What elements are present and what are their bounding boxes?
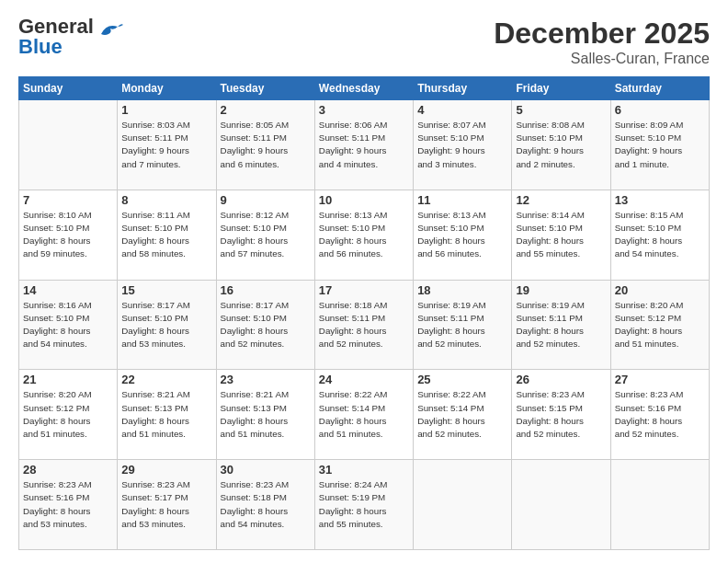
- day-number: 22: [121, 373, 211, 386]
- day-info: Sunrise: 8:13 AM Sunset: 5:10 PM Dayligh…: [417, 209, 507, 261]
- calendar-cell: 3Sunrise: 8:06 AM Sunset: 5:11 PM Daylig…: [314, 100, 413, 190]
- day-number: 29: [121, 463, 211, 477]
- calendar-cell: [19, 100, 118, 190]
- calendar-cell: 19Sunrise: 8:19 AM Sunset: 5:11 PM Dayli…: [512, 280, 610, 370]
- calendar-cell: 28Sunrise: 8:23 AM Sunset: 5:16 PM Dayli…: [19, 460, 118, 550]
- day-number: 1: [121, 103, 211, 117]
- day-info: Sunrise: 8:21 AM Sunset: 5:13 PM Dayligh…: [121, 388, 211, 441]
- calendar-week-row: 7Sunrise: 8:10 AM Sunset: 5:10 PM Daylig…: [19, 190, 710, 280]
- calendar-cell: 1Sunrise: 8:03 AM Sunset: 5:11 PM Daylig…: [118, 100, 216, 190]
- day-info: Sunrise: 8:24 AM Sunset: 5:19 PM Dayligh…: [319, 478, 409, 531]
- day-number: 11: [417, 193, 507, 207]
- day-number: 25: [417, 373, 507, 386]
- calendar-cell: 14Sunrise: 8:16 AM Sunset: 5:10 PM Dayli…: [19, 280, 118, 370]
- calendar-cell: 20Sunrise: 8:20 AM Sunset: 5:12 PM Dayli…: [610, 280, 709, 370]
- calendar-cell: [414, 460, 512, 550]
- calendar-header-thursday: Thursday: [414, 77, 512, 100]
- day-info: Sunrise: 8:23 AM Sunset: 5:16 PM Dayligh…: [23, 478, 113, 531]
- calendar-cell: 17Sunrise: 8:18 AM Sunset: 5:11 PM Dayli…: [314, 280, 413, 370]
- day-number: 3: [319, 103, 409, 117]
- day-info: Sunrise: 8:21 AM Sunset: 5:13 PM Dayligh…: [221, 388, 311, 441]
- day-info: Sunrise: 8:11 AM Sunset: 5:10 PM Dayligh…: [121, 209, 211, 261]
- day-info: Sunrise: 8:08 AM Sunset: 5:10 PM Dayligh…: [516, 119, 606, 171]
- day-info: Sunrise: 8:19 AM Sunset: 5:11 PM Dayligh…: [516, 299, 606, 351]
- day-number: 9: [221, 193, 311, 207]
- day-number: 24: [319, 373, 409, 386]
- calendar-cell: [610, 460, 709, 550]
- day-number: 6: [615, 103, 705, 117]
- day-info: Sunrise: 8:12 AM Sunset: 5:10 PM Dayligh…: [221, 209, 311, 261]
- calendar-cell: 11Sunrise: 8:13 AM Sunset: 5:10 PM Dayli…: [414, 190, 512, 280]
- day-info: Sunrise: 8:07 AM Sunset: 5:10 PM Dayligh…: [417, 119, 507, 171]
- day-number: 26: [516, 373, 606, 386]
- calendar-cell: [512, 460, 610, 550]
- day-number: 12: [516, 193, 606, 207]
- day-info: Sunrise: 8:23 AM Sunset: 5:16 PM Dayligh…: [615, 388, 705, 441]
- logo: General Blue: [18, 17, 123, 57]
- calendar-cell: 29Sunrise: 8:23 AM Sunset: 5:17 PM Dayli…: [118, 460, 216, 550]
- day-number: 19: [516, 283, 606, 297]
- day-number: 10: [319, 193, 409, 207]
- calendar-cell: 15Sunrise: 8:17 AM Sunset: 5:10 PM Dayli…: [118, 280, 216, 370]
- day-number: 13: [615, 193, 705, 207]
- day-info: Sunrise: 8:17 AM Sunset: 5:10 PM Dayligh…: [121, 299, 211, 351]
- calendar-header-row: SundayMondayTuesdayWednesdayThursdayFrid…: [19, 77, 710, 100]
- calendar-cell: 8Sunrise: 8:11 AM Sunset: 5:10 PM Daylig…: [118, 190, 216, 280]
- calendar-cell: 30Sunrise: 8:23 AM Sunset: 5:18 PM Dayli…: [216, 460, 314, 550]
- calendar-cell: 16Sunrise: 8:17 AM Sunset: 5:10 PM Dayli…: [216, 280, 314, 370]
- day-info: Sunrise: 8:23 AM Sunset: 5:18 PM Dayligh…: [221, 478, 311, 531]
- title-block: December 2025 Salles-Curan, France: [494, 17, 710, 67]
- calendar-week-row: 14Sunrise: 8:16 AM Sunset: 5:10 PM Dayli…: [19, 280, 710, 370]
- calendar-cell: 9Sunrise: 8:12 AM Sunset: 5:10 PM Daylig…: [216, 190, 314, 280]
- calendar-cell: 13Sunrise: 8:15 AM Sunset: 5:10 PM Dayli…: [610, 190, 709, 280]
- day-info: Sunrise: 8:20 AM Sunset: 5:12 PM Dayligh…: [615, 299, 705, 351]
- day-number: 28: [23, 463, 113, 477]
- calendar-cell: 24Sunrise: 8:22 AM Sunset: 5:14 PM Dayli…: [314, 370, 413, 460]
- day-number: 16: [221, 283, 311, 297]
- calendar-cell: 23Sunrise: 8:21 AM Sunset: 5:13 PM Dayli…: [216, 370, 314, 460]
- calendar-cell: 2Sunrise: 8:05 AM Sunset: 5:11 PM Daylig…: [216, 100, 314, 190]
- day-number: 31: [319, 463, 409, 477]
- calendar-header-monday: Monday: [118, 77, 216, 100]
- day-number: 7: [23, 193, 113, 207]
- day-info: Sunrise: 8:19 AM Sunset: 5:11 PM Dayligh…: [417, 299, 507, 351]
- day-info: Sunrise: 8:22 AM Sunset: 5:14 PM Dayligh…: [417, 388, 507, 441]
- day-number: 20: [615, 283, 705, 297]
- day-number: 27: [615, 373, 705, 386]
- day-info: Sunrise: 8:06 AM Sunset: 5:11 PM Dayligh…: [319, 119, 409, 171]
- day-number: 15: [121, 283, 211, 297]
- calendar-cell: 31Sunrise: 8:24 AM Sunset: 5:19 PM Dayli…: [314, 460, 413, 550]
- calendar-cell: 6Sunrise: 8:09 AM Sunset: 5:10 PM Daylig…: [610, 100, 709, 190]
- calendar-header-sunday: Sunday: [19, 77, 118, 100]
- calendar-cell: 25Sunrise: 8:22 AM Sunset: 5:14 PM Dayli…: [414, 370, 512, 460]
- day-info: Sunrise: 8:09 AM Sunset: 5:10 PM Dayligh…: [615, 119, 705, 171]
- day-number: 5: [516, 103, 606, 117]
- calendar-week-row: 21Sunrise: 8:20 AM Sunset: 5:12 PM Dayli…: [19, 370, 710, 460]
- calendar-cell: 18Sunrise: 8:19 AM Sunset: 5:11 PM Dayli…: [414, 280, 512, 370]
- calendar-header-tuesday: Tuesday: [216, 77, 314, 100]
- day-number: 8: [121, 193, 211, 207]
- calendar-cell: 4Sunrise: 8:07 AM Sunset: 5:10 PM Daylig…: [414, 100, 512, 190]
- day-number: 17: [319, 283, 409, 297]
- logo-bird-icon: [97, 21, 123, 45]
- day-info: Sunrise: 8:20 AM Sunset: 5:12 PM Dayligh…: [23, 388, 113, 441]
- day-info: Sunrise: 8:22 AM Sunset: 5:14 PM Dayligh…: [319, 388, 409, 441]
- calendar-cell: 27Sunrise: 8:23 AM Sunset: 5:16 PM Dayli…: [610, 370, 709, 460]
- calendar-cell: 26Sunrise: 8:23 AM Sunset: 5:15 PM Dayli…: [512, 370, 610, 460]
- calendar-cell: 21Sunrise: 8:20 AM Sunset: 5:12 PM Dayli…: [19, 370, 118, 460]
- calendar-header-saturday: Saturday: [610, 77, 709, 100]
- calendar-table: SundayMondayTuesdayWednesdayThursdayFrid…: [18, 76, 710, 550]
- calendar-cell: 5Sunrise: 8:08 AM Sunset: 5:10 PM Daylig…: [512, 100, 610, 190]
- day-number: 18: [417, 283, 507, 297]
- day-number: 23: [221, 373, 311, 386]
- day-info: Sunrise: 8:14 AM Sunset: 5:10 PM Dayligh…: [516, 209, 606, 261]
- day-number: 21: [23, 373, 113, 386]
- day-info: Sunrise: 8:15 AM Sunset: 5:10 PM Dayligh…: [615, 209, 705, 261]
- calendar-cell: 22Sunrise: 8:21 AM Sunset: 5:13 PM Dayli…: [118, 370, 216, 460]
- location: Salles-Curan, France: [494, 51, 710, 67]
- day-info: Sunrise: 8:16 AM Sunset: 5:10 PM Dayligh…: [23, 299, 113, 351]
- day-info: Sunrise: 8:13 AM Sunset: 5:10 PM Dayligh…: [319, 209, 409, 261]
- calendar-week-row: 28Sunrise: 8:23 AM Sunset: 5:16 PM Dayli…: [19, 460, 710, 550]
- day-info: Sunrise: 8:23 AM Sunset: 5:17 PM Dayligh…: [121, 478, 211, 531]
- day-info: Sunrise: 8:10 AM Sunset: 5:10 PM Dayligh…: [23, 209, 113, 261]
